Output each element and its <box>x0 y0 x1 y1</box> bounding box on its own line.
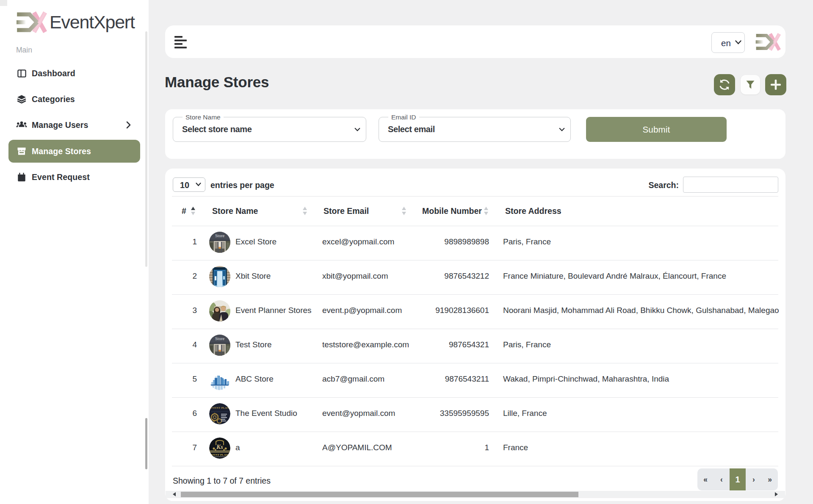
svg-text:Store: Store <box>215 233 225 238</box>
svg-text:Store: Store <box>215 336 225 341</box>
svg-text:EVENT PLAN: EVENT PLAN <box>210 406 230 409</box>
svg-text:Ks: Ks <box>216 443 223 450</box>
svg-text:EVENT PLANN: EVENT PLANN <box>209 453 230 457</box>
